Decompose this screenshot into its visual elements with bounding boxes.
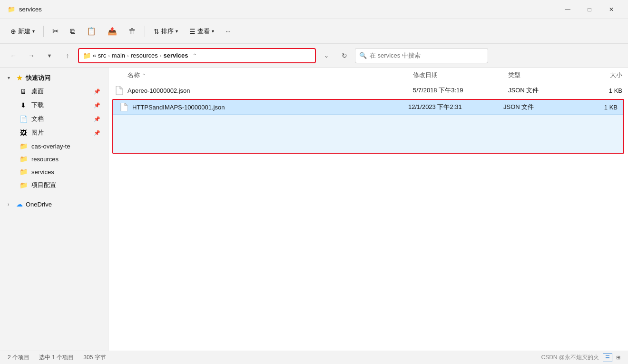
quick-access-label: 快速访问 (26, 74, 50, 82)
view-toggle-icon[interactable]: ☰ (603, 353, 612, 362)
expand-icon: ▾ (8, 75, 13, 80)
sidebar-item-cas-overlay[interactable]: 📁 cas-overlay-te (2, 140, 106, 152)
document-icon: 📄 (19, 115, 28, 123)
copy-button[interactable]: ⧉ (65, 23, 80, 40)
share-button[interactable]: 📤 (103, 23, 122, 40)
column-name[interactable]: 名称 ⌃ (128, 71, 413, 79)
selected-size: 305 字节 (83, 354, 106, 362)
onedrive-section[interactable]: › ☁ OneDrive (2, 198, 106, 210)
separator-1 (43, 26, 44, 37)
sidebar-spacer (0, 194, 108, 197)
column-type[interactable]: 类型 (508, 71, 584, 79)
file-list-header: 名称 ⌃ 修改日期 类型 大小 (108, 68, 628, 83)
share-icon: 📤 (108, 27, 117, 36)
path-chevron-3: › (160, 53, 162, 59)
close-button[interactable]: ✕ (600, 2, 622, 17)
new-label: 新建 (18, 27, 30, 36)
delete-button[interactable]: 🗑 (124, 23, 141, 40)
maximize-button[interactable]: □ (579, 2, 600, 17)
sidebar-item-services[interactable]: 📁 services (2, 166, 106, 178)
path-chevron-2: › (127, 53, 129, 59)
up-button[interactable]: ↑ (60, 48, 75, 63)
quick-access-items: 🖥 桌面 📌 ⬇ 下载 📌 📄 文档 📌 🖼 (0, 85, 108, 192)
view-grid-icon[interactable]: ⊞ (616, 354, 620, 361)
window-title: services (19, 6, 42, 13)
watermark-text: CSDN @永不熄灭的火 (541, 354, 599, 362)
pin-icon: 📌 (94, 89, 100, 95)
view-icon: ☰ (189, 28, 196, 35)
new-button[interactable]: ⊕ 新建 ▾ (6, 23, 39, 40)
file-date: 5/7/2018 下午3:19 (413, 86, 508, 95)
file-list-content: Apereo-10000002.json 5/7/2018 下午3:19 JSO… (108, 83, 628, 154)
search-icon: 🔍 (359, 52, 367, 59)
paste-button[interactable]: 📋 (82, 23, 101, 40)
download-icon: ⬇ (19, 101, 28, 109)
table-row[interactable]: Apereo-10000002.json 5/7/2018 下午3:19 JSO… (108, 83, 628, 98)
sidebar: ▾ ★ 快速访问 🖥 桌面 📌 ⬇ 下载 📌 � (0, 68, 108, 351)
sidebar-item-download[interactable]: ⬇ 下载 📌 (2, 98, 106, 112)
path-services: services (163, 52, 188, 59)
address-dropdown-button[interactable]: ⌄ (319, 48, 334, 63)
new-icon: ⊕ (10, 28, 16, 35)
title-bar-left: 📁 services (8, 6, 42, 13)
quick-access-section: ▾ ★ 快速访问 🖥 桌面 📌 ⬇ 下载 📌 � (0, 71, 108, 192)
delete-icon: 🗑 (128, 27, 136, 36)
recent-button[interactable]: ▼ (42, 48, 57, 63)
window-icon: 📁 (8, 6, 15, 13)
file-icon (119, 102, 128, 112)
file-type: JSON 文件 (508, 86, 584, 95)
selection-area-empty (113, 115, 623, 153)
file-date: 12/1/2023 下午2:31 (408, 103, 503, 111)
file-icon (114, 86, 124, 95)
file-name: Apereo-10000002.json (128, 87, 413, 94)
more-button[interactable]: ··· (221, 23, 236, 40)
address-expand-icon: ⌃ (190, 51, 199, 60)
refresh-button[interactable]: ↻ (337, 48, 352, 63)
column-date[interactable]: 修改日期 (413, 71, 508, 79)
sidebar-item-desktop[interactable]: 🖥 桌面 📌 (2, 85, 106, 98)
sidebar-item-label: 项目配置 (31, 181, 100, 189)
view-chevron-icon: ▾ (212, 29, 214, 34)
sidebar-item-documents[interactable]: 📄 文档 📌 (2, 112, 106, 126)
path-chevron-1: › (108, 53, 110, 59)
star-icon: ★ (16, 73, 23, 82)
sort-label: 排序 (161, 27, 174, 36)
status-right: CSDN @永不熄灭的火 ☰ ⊞ (541, 353, 620, 362)
sidebar-item-project-config[interactable]: 📁 项目配置 (2, 178, 106, 192)
sidebar-item-resources[interactable]: 📁 resources (2, 153, 106, 165)
table-row[interactable]: HTTPSandIMAPS-10000001.json 12/1/2023 下午… (113, 100, 623, 115)
cut-button[interactable]: ✂ (48, 23, 63, 40)
cut-icon: ✂ (52, 27, 59, 36)
separator-2 (145, 26, 145, 37)
folder-yellow-icon: 📁 (19, 155, 28, 163)
sidebar-item-pictures[interactable]: 🖼 图片 📌 (2, 126, 106, 139)
search-input[interactable] (370, 52, 484, 59)
view-button[interactable]: ☰ 查看 ▾ (185, 23, 219, 40)
folder-yellow-icon: 📁 (19, 181, 28, 189)
onedrive-icon: ☁ (16, 200, 23, 208)
file-name: HTTPSandIMAPS-10000001.json (132, 104, 408, 111)
pin-icon: 📌 (94, 130, 100, 136)
sidebar-item-label: cas-overlay-te (31, 143, 100, 150)
selected-file-highlight: HTTPSandIMAPS-10000001.json 12/1/2023 下午… (112, 99, 624, 154)
file-type: JSON 文件 (503, 103, 579, 111)
forward-button[interactable]: → (24, 48, 39, 63)
path-resources: resources (131, 52, 158, 59)
quick-access-header[interactable]: ▾ ★ 快速访问 (2, 71, 106, 84)
selected-items: 选中 1 个项目 (39, 354, 74, 362)
path-main: main (112, 52, 125, 59)
column-size[interactable]: 大小 (584, 71, 622, 79)
back-button[interactable]: ← (6, 48, 21, 63)
path-src: « src (93, 52, 106, 59)
sidebar-item-label: 图片 (31, 128, 90, 137)
sort-button[interactable]: ⇅ 排序 ▾ (149, 23, 183, 40)
minimize-button[interactable]: — (557, 2, 579, 17)
sort-chevron-icon: ▾ (176, 29, 178, 34)
search-bar[interactable]: 🔍 (355, 48, 488, 63)
more-icon: ··· (226, 28, 231, 35)
address-bar[interactable]: 📁 « src › main › resources › services ⌃ (78, 48, 316, 63)
address-folder-icon: 📁 (83, 52, 91, 59)
pin-icon: 📌 (94, 102, 100, 108)
sidebar-item-label: 下载 (31, 101, 90, 109)
file-size: 1 KB (579, 104, 618, 111)
